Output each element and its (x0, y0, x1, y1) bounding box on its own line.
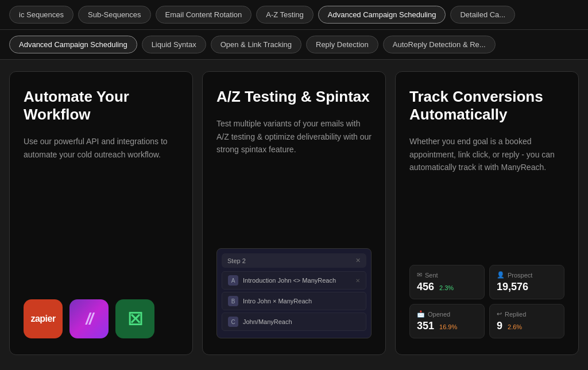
integration-icons-container: zapier // ☒ (24, 281, 179, 338)
az-preview-container: Step 2 ✕ A Introduction John <> ManyReac… (216, 230, 372, 338)
az-item-2: C John/ManyReach (222, 313, 366, 331)
nav-pill-reply-detection[interactable]: Reply Detection (306, 36, 378, 53)
nav-pill-advanced-campaign-scheduling[interactable]: Advanced Campaign Scheduling (318, 6, 446, 24)
nav-pill-detailed-can[interactable]: Detailed Ca... (450, 6, 515, 24)
card-title-automate: Automate Your Workflow (24, 88, 179, 124)
pabbly-icon: ☒ (115, 299, 154, 338)
nav-pill-liquid-syntax[interactable]: Liquid Syntax (142, 36, 206, 53)
az-item-0: A Introduction John <> ManyReach ✕ (222, 271, 366, 290)
stat-value-sent: 456 2.3% (417, 281, 477, 293)
make-icon: // (69, 299, 109, 338)
stat-box-sent: ✉ Sent 456 2.3% (409, 265, 485, 299)
stat-badge-opened: 16.9% (439, 323, 457, 330)
stat-label-prospect: 👤 Prospect (497, 271, 557, 279)
az-letter-a: A (228, 275, 238, 286)
open-icon: 📩 (417, 310, 425, 318)
integration-icons-row: zapier // ☒ (24, 299, 179, 338)
top-navigation: ic Sequences Sub-Sequences Email Content… (0, 0, 588, 30)
card-track-conversions: Track Conversions Automatically Whether … (395, 71, 579, 355)
stat-value-opened: 351 16.9% (417, 320, 477, 332)
nav-pill-email-content-rotation[interactable]: Email Content Rotation (156, 6, 252, 24)
nav-pill-autoreply-detection[interactable]: AutoReply Detection & Re... (383, 36, 496, 53)
stat-label-sent: ✉ Sent (417, 271, 477, 279)
stat-badge-sent: 2.3% (439, 284, 454, 291)
zapier-icon: zapier (24, 299, 63, 338)
nav-pill-sub-sequences[interactable]: Sub-Sequences (78, 6, 151, 24)
stat-label-opened: 📩 Opened (417, 310, 477, 318)
stat-box-prospect: 👤 Prospect 19,576 (489, 265, 564, 299)
stat-badge-replied: 2.6% (508, 323, 522, 330)
stat-value-replied: 9 2.6% (497, 320, 557, 332)
stats-container: ✉ Sent 456 2.3% 👤 Prospect 19,576 (409, 246, 564, 338)
card-title-conversions: Track Conversions Automatically (409, 88, 564, 124)
az-step-header: Step 2 ✕ (222, 253, 366, 268)
az-letter-b: B (228, 296, 238, 306)
az-preview: Step 2 ✕ A Introduction John <> ManyReac… (216, 248, 372, 338)
stat-box-replied: ↩ Replied 9 2.6% (489, 304, 564, 338)
stat-label-replied: ↩ Replied (497, 310, 557, 318)
az-item-1: B Intro John × ManyReach (222, 292, 366, 310)
card-title-az: A/Z Testing & Spintax (216, 88, 372, 106)
card-az-testing: A/Z Testing & Spintax Test multiple vari… (202, 71, 386, 355)
card-automate-workflow: Automate Your Workflow Use our powerful … (9, 71, 193, 355)
card-desc-az: Test multiple variants of your emails wi… (216, 117, 372, 156)
nav-pill-advanced-campaign-scheduling2[interactable]: Advanced Campaign Scheduling (9, 36, 137, 53)
nav-pill-sequences[interactable]: ic Sequences (9, 6, 74, 24)
stat-value-prospect: 19,576 (497, 281, 557, 293)
reply-icon: ↩ (497, 310, 502, 318)
stats-grid: ✉ Sent 456 2.3% 👤 Prospect 19,576 (409, 265, 564, 338)
nav-pill-az-testing[interactable]: A-Z Testing (256, 6, 314, 24)
stat-box-opened: 📩 Opened 351 16.9% (409, 304, 485, 338)
send-icon: ✉ (417, 271, 422, 279)
card-desc-automate: Use our powerful API and integrations to… (24, 135, 179, 161)
card-desc-conversions: Whether you end goal is a booked appoint… (409, 135, 564, 174)
main-content: Automate Your Workflow Use our powerful … (0, 60, 588, 367)
second-navigation: Advanced Campaign Scheduling Liquid Synt… (0, 30, 588, 60)
az-letter-c: C (228, 317, 238, 327)
nav-pill-open-link-tracking[interactable]: Open & Link Tracking (211, 36, 301, 53)
person-icon: 👤 (497, 271, 505, 279)
